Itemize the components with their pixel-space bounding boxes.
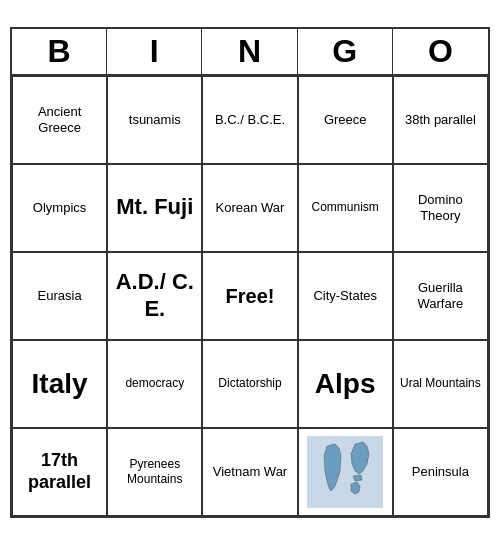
bingo-cell: Communism bbox=[298, 164, 393, 252]
cell-text: A.D./ C. E. bbox=[112, 269, 197, 322]
bingo-cell: democracy bbox=[107, 340, 202, 428]
header-letter: O bbox=[393, 29, 488, 74]
cell-text: Guerilla Warfare bbox=[398, 280, 483, 311]
cell-text: Domino Theory bbox=[398, 192, 483, 223]
bingo-cell: Ural Mountains bbox=[393, 340, 488, 428]
cell-text: Eurasia bbox=[38, 288, 82, 304]
cell-text: City-States bbox=[313, 288, 377, 304]
bingo-header: BINGO bbox=[12, 29, 488, 76]
cell-text: Free! bbox=[226, 284, 275, 308]
cell-text: Alps bbox=[315, 367, 376, 401]
bingo-cell: B.C./ B.C.E. bbox=[202, 76, 297, 164]
bingo-cell: Pyrenees Mountains bbox=[107, 428, 202, 516]
bingo-cell bbox=[298, 428, 393, 516]
cell-text: Peninsula bbox=[412, 464, 469, 480]
bingo-cell: Italy bbox=[12, 340, 107, 428]
bingo-cell: Peninsula bbox=[393, 428, 488, 516]
bingo-cell: tsunamis bbox=[107, 76, 202, 164]
bingo-cell: Alps bbox=[298, 340, 393, 428]
bingo-grid: Ancient GreecetsunamisB.C./ B.C.E.Greece… bbox=[12, 76, 488, 516]
bingo-card: BINGO Ancient GreecetsunamisB.C./ B.C.E.… bbox=[10, 27, 490, 518]
bingo-cell: Eurasia bbox=[12, 252, 107, 340]
cell-text: democracy bbox=[125, 376, 184, 390]
cell-text: Korean War bbox=[216, 200, 285, 216]
cell-text: 17th parallel bbox=[17, 450, 102, 493]
cell-text: Communism bbox=[312, 200, 379, 214]
svg-rect-0 bbox=[307, 436, 383, 508]
bingo-cell: Ancient Greece bbox=[12, 76, 107, 164]
cell-text: Greece bbox=[324, 112, 367, 128]
cell-text: Dictatorship bbox=[218, 376, 281, 390]
cell-text: B.C./ B.C.E. bbox=[215, 112, 285, 128]
bingo-cell: Domino Theory bbox=[393, 164, 488, 252]
cell-text: tsunamis bbox=[129, 112, 181, 128]
cell-text: Pyrenees Mountains bbox=[112, 457, 197, 486]
cell-text: Mt. Fuji bbox=[116, 194, 193, 220]
bingo-cell: Guerilla Warfare bbox=[393, 252, 488, 340]
map-image bbox=[307, 436, 383, 508]
bingo-cell: A.D./ C. E. bbox=[107, 252, 202, 340]
bingo-cell: Korean War bbox=[202, 164, 297, 252]
header-letter: I bbox=[107, 29, 202, 74]
header-letter: G bbox=[298, 29, 393, 74]
bingo-cell: City-States bbox=[298, 252, 393, 340]
bingo-cell: 17th parallel bbox=[12, 428, 107, 516]
cell-text: Ancient Greece bbox=[17, 104, 102, 135]
cell-text: Olympics bbox=[33, 200, 86, 216]
bingo-cell: Free! bbox=[202, 252, 297, 340]
bingo-cell: Greece bbox=[298, 76, 393, 164]
cell-text: Italy bbox=[32, 367, 88, 401]
bingo-cell: Mt. Fuji bbox=[107, 164, 202, 252]
header-letter: B bbox=[12, 29, 107, 74]
cell-text: Ural Mountains bbox=[400, 376, 481, 390]
bingo-cell: Olympics bbox=[12, 164, 107, 252]
bingo-cell: Dictatorship bbox=[202, 340, 297, 428]
bingo-cell: 38th parallel bbox=[393, 76, 488, 164]
bingo-cell: Vietnam War bbox=[202, 428, 297, 516]
cell-text: Vietnam War bbox=[213, 464, 287, 480]
cell-text: 38th parallel bbox=[405, 112, 476, 128]
header-letter: N bbox=[202, 29, 297, 74]
